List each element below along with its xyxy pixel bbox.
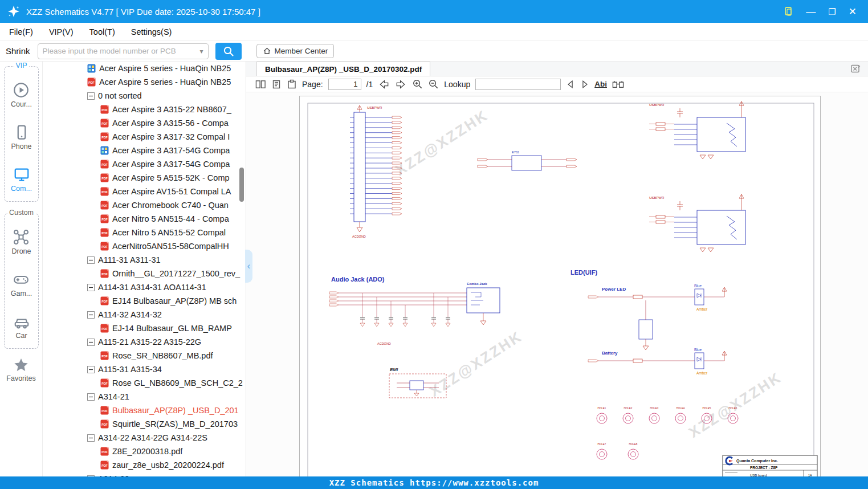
collapse-box-icon[interactable] — [87, 393, 95, 401]
zoom-out-icon[interactable] — [428, 79, 439, 89]
close-button[interactable]: ✕ — [849, 7, 857, 17]
pdf-file-icon: PDF — [100, 187, 109, 196]
tree-file-row[interactable]: PDFAcer Nitro 5 AN515-44 - Compa — [43, 212, 246, 226]
tree-file-row[interactable]: PDFAcerNitro5AN515-58CompalHH — [43, 239, 246, 253]
prev-page-icon[interactable] — [378, 79, 390, 89]
collapse-box-icon[interactable] — [87, 434, 95, 442]
menu-settings[interactable]: Settings(S) — [131, 27, 172, 36]
page-number-input[interactable] — [328, 79, 361, 90]
tree-file-row[interactable]: PDFEJ14 Bulbasaur_AP(Z8P) MB sch — [43, 294, 246, 308]
pdf-file-icon: PDF — [100, 419, 109, 429]
svg-text:PDF: PDF — [101, 163, 107, 166]
paste-page-icon[interactable] — [287, 79, 297, 89]
tree-group-row[interactable]: A114-32 A314-32 — [43, 308, 246, 321]
collapse-box-icon[interactable] — [87, 284, 95, 291]
menu-file[interactable]: File(F) — [9, 27, 33, 36]
tree-file-row[interactable]: PDFAcer Aspire 3 A317-54G Compa — [43, 157, 246, 171]
chevron-left-icon: ‹ — [247, 261, 250, 271]
tree-scrollbar-thumb[interactable] — [239, 168, 244, 202]
document-tab[interactable]: Bulbasaur_AP(Z8P) _USB_D_20170302.pdf — [256, 62, 430, 76]
search-button[interactable] — [215, 43, 242, 60]
tree-group-row[interactable]: A314-21 — [43, 390, 246, 404]
tree-group-row[interactable]: A115-21 A315-22 A315-22G — [43, 335, 246, 349]
sidebar-item-car[interactable]: Car — [13, 313, 30, 340]
pdf-file-icon: PDF — [100, 173, 109, 182]
tree-file-row[interactable]: PDFAcer Aspire 3 A315-22 NB8607_ — [43, 103, 246, 116]
title-block: Quanta Computer Inc. PROJECT : Z8P USB b… — [723, 455, 817, 476]
tree-item-label: Acer Aspire 3 A317-32 Compal I — [112, 132, 230, 141]
search-input[interactable] — [43, 47, 200, 55]
watermark-text: XZZ@XZZHK — [426, 327, 525, 400]
tree-file-row[interactable]: PDFzaur_z8e_usb2_20200224.pdf — [43, 458, 246, 472]
two-page-view-icon[interactable] — [255, 79, 266, 89]
collapse-box-icon[interactable] — [87, 92, 95, 100]
tree-file-row[interactable]: PDFOrnith__GL_20171227_1500_rev_ — [43, 267, 246, 280]
next-result-icon[interactable] — [580, 80, 589, 89]
tree-item-label: Acer Aspire 3 A315-22 NB8607_ — [112, 105, 231, 114]
member-center-button[interactable]: Member Center — [256, 44, 335, 58]
tree-file-row[interactable]: PDFBulbasaur_AP(Z8P) _USB_D_201 — [43, 404, 246, 417]
audio-jack-section: Audio Jack (ADO) Combo Jack ACDGND — [329, 276, 500, 345]
menu-tool[interactable]: Tool(T) — [89, 27, 115, 36]
sidebar-item-favorites[interactable]: Favorites — [0, 357, 42, 382]
clipboard-icon[interactable] — [783, 6, 793, 17]
tree-item-label: Acer Aspire AV15-51 Compal LA — [112, 187, 231, 196]
tree-file-row[interactable]: PDFRose GL_NB8609_MB_SCH_C2_2 — [43, 376, 246, 390]
svg-text:Amber: Amber — [696, 371, 708, 375]
pdf-file-icon: PDF — [100, 228, 109, 237]
collapse-box-icon[interactable] — [87, 256, 95, 264]
menu-vip[interactable]: VIP(V) — [49, 27, 74, 36]
collapse-box-icon[interactable] — [87, 366, 95, 373]
binoculars-icon[interactable] — [612, 80, 624, 89]
tree-file-row[interactable]: PDFRose_SR_NB8607_MB.pdf — [43, 349, 246, 362]
maximize-button[interactable]: ❐ — [828, 7, 836, 16]
sidebar-item-drone[interactable]: Drone — [11, 229, 31, 255]
tree-file-row[interactable]: PDFAcer Aspire 5 A515-52K - Comp — [43, 171, 246, 185]
tree-group-row[interactable]: A314-33 — [43, 472, 246, 476]
sidebar-item-game[interactable]: Gam... — [11, 271, 32, 298]
tree-item-label: EJ14 Bulbasaur_AP(Z8P) MB sch — [112, 296, 237, 305]
tree-file-row[interactable]: PDFAcer Aspire 3 A317-32 Compal I — [43, 130, 246, 144]
vip-section: VIP Cour... Phone Com... — [4, 66, 39, 202]
text-select-tool[interactable]: Abi — [594, 80, 607, 88]
tree-file-row[interactable]: PDFAcer Chromebook C740 - Quan — [43, 198, 246, 212]
tree-group-row[interactable]: A115-31 A315-34 — [43, 362, 246, 376]
tree-group-row[interactable]: 0 not sorted — [43, 89, 246, 103]
tree-file-row[interactable]: PDFAcer Aspire AV15-51 Compal LA — [43, 185, 246, 198]
tree-file-row[interactable]: PDFAcer Aspire 5 series - HuaQin NB25 — [43, 75, 246, 89]
tree-item-label: Acer Aspire 3 A317-54G Compa — [112, 146, 230, 155]
sidebar-item-computer[interactable]: Com... — [11, 166, 32, 193]
svg-text:USBPWR: USBPWR — [649, 103, 665, 107]
close-all-tabs-icon[interactable] — [851, 64, 861, 73]
tree-item-label: A115-31 A315-34 — [98, 365, 162, 374]
drone-icon — [13, 229, 30, 246]
chevron-down-icon[interactable]: ▾ — [200, 47, 203, 55]
tree-file-row[interactable]: Acer Aspire 3 A317-54G Compa — [43, 144, 246, 157]
prev-result-icon[interactable] — [566, 80, 575, 89]
panel-collapse-handle[interactable]: ‹ — [245, 250, 252, 283]
sidebar-item-phone[interactable]: Phone — [11, 124, 31, 150]
tree-group-row[interactable]: A114-31 A314-31 AOA114-31 — [43, 280, 246, 294]
svg-text:PDF: PDF — [101, 409, 107, 413]
minimize-button[interactable]: — — [806, 7, 816, 17]
tree-file-row[interactable]: PDFAcer Aspire 3 A315-56 - Compa — [43, 116, 246, 130]
model-search-box[interactable]: ▾ — [38, 43, 209, 59]
tree-file-row[interactable]: Acer Aspire 5 series - HuaQin NB25 — [43, 62, 246, 75]
collapse-box-icon[interactable] — [87, 311, 95, 319]
pdf-file-icon: PDF — [100, 406, 109, 415]
tree-file-row[interactable]: PDFEJ-14 Bulbasaur_GL MB_RAMP — [43, 321, 246, 335]
shrink-button[interactable]: Shrink — [6, 46, 30, 56]
copy-page-icon[interactable] — [271, 79, 282, 89]
tree-file-row[interactable]: PDFAcer Nitro 5 AN515-52 Compal — [43, 226, 246, 239]
next-page-icon[interactable] — [395, 79, 407, 89]
collapse-box-icon[interactable] — [87, 339, 95, 346]
sidebar-item-course[interactable]: Cour... — [11, 82, 32, 108]
pdf-file-icon: PDF — [100, 324, 109, 333]
lookup-input[interactable] — [475, 79, 561, 90]
tree-file-row[interactable]: PDFSquirtle_SR(ZAS)_MB_D_201703 — [43, 417, 246, 431]
zoom-in-icon[interactable] — [412, 79, 423, 89]
tree-group-row[interactable]: A314-22 A314-22G A314-22S — [43, 431, 246, 445]
tree-file-row[interactable]: PDFZ8E_20200318.pdf — [43, 445, 246, 458]
pdf-canvas[interactable]: XZZ@XZZHK XZZ@XZZHK XZZ@XZZHK USBPWR ACD… — [246, 92, 868, 476]
tree-group-row[interactable]: A111-31 A311-31 — [43, 253, 246, 267]
